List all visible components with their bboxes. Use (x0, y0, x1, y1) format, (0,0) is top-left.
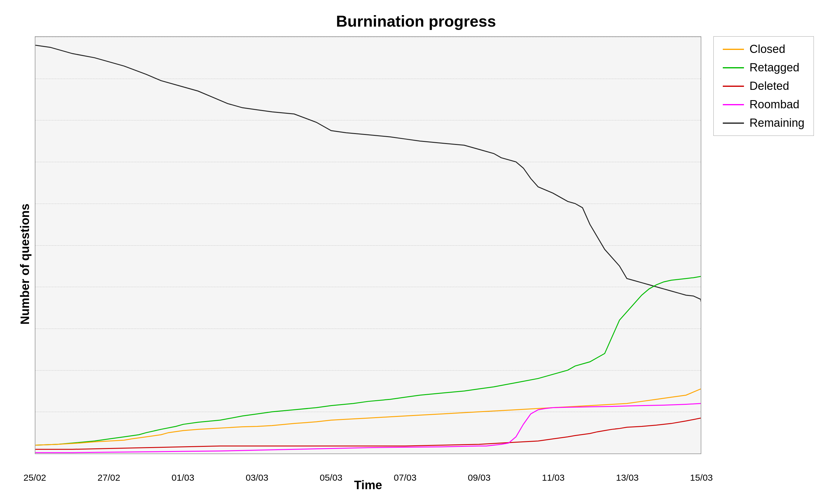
chart-svg (35, 37, 701, 453)
legend-item: Deleted (723, 80, 804, 92)
legend-color (723, 49, 744, 50)
chart-area-wrapper: 01002003004005006007008009001,000 25/022… (35, 36, 701, 492)
legend-label: Remaining (749, 116, 804, 130)
legend-label: Closed (749, 43, 785, 56)
legend: ClosedRetaggedDeletedRoombadRemaining (713, 36, 814, 136)
x-tick-label: 15/03 (690, 473, 713, 483)
legend-label: Retagged (749, 61, 799, 74)
legend-item: Roombad (723, 98, 804, 111)
x-axis-label: Time (35, 478, 701, 492)
chart-plot: 01002003004005006007008009001,000 (35, 36, 701, 454)
x-tick-label: 05/03 (320, 473, 342, 483)
legend-color (723, 86, 744, 87)
legend-item: Remaining (723, 116, 804, 130)
x-tick-label: 13/03 (616, 473, 639, 483)
chart-title: Burnination progress (336, 12, 496, 30)
x-tick-label: 11/03 (542, 473, 565, 483)
legend-label: Deleted (749, 80, 789, 92)
x-tick-label: 07/03 (394, 473, 417, 483)
x-tick-label: 25/02 (23, 473, 46, 483)
grid-line: 0 (35, 453, 701, 454)
legend-label: Roombad (749, 98, 799, 111)
y-axis-label: Number of questions (18, 36, 32, 492)
x-tick-label: 27/02 (98, 473, 120, 483)
legend-item: Retagged (723, 61, 804, 74)
chart-body: Number of questions 01002003004005006007… (18, 36, 814, 492)
x-ticks-row: 25/0227/0201/0303/0305/0307/0309/0311/03… (35, 454, 701, 469)
x-tick-label: 03/03 (246, 473, 268, 483)
legend-color (723, 104, 744, 105)
legend-color (723, 123, 744, 124)
legend-color (723, 67, 744, 69)
x-tick-label: 01/03 (172, 473, 194, 483)
chart-container: Burnination progress Number of questions… (0, 0, 832, 504)
x-tick-label: 09/03 (468, 473, 490, 483)
legend-item: Closed (723, 43, 804, 56)
